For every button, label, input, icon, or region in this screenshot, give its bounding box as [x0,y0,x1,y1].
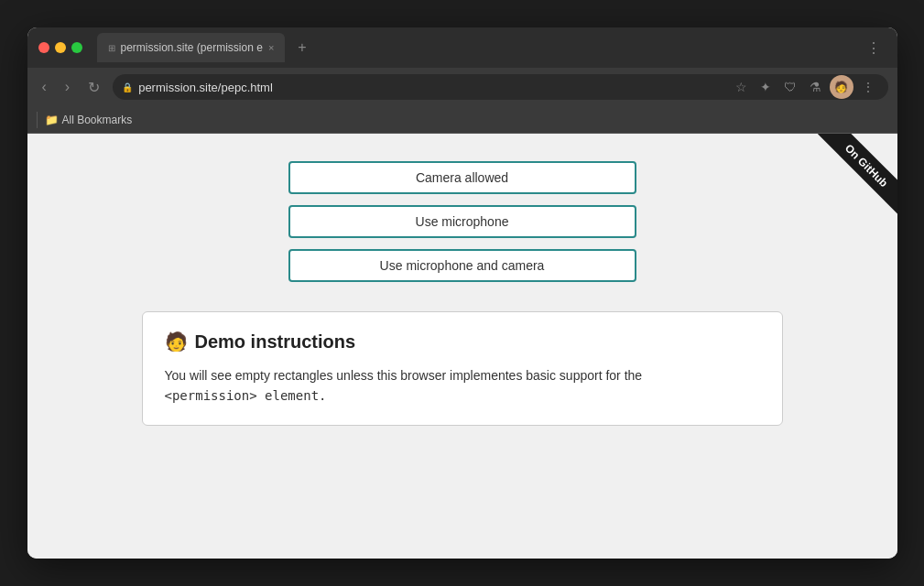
extensions-button[interactable]: ⋮ [861,36,886,60]
demo-code: <permission> element. [165,388,327,403]
profile-avatar[interactable]: 🧑 [830,75,853,99]
use-mic-camera-button[interactable]: Use microphone and camera [288,249,636,282]
browser-window: ⊞ permission.site (permission e × + ⋮ ‹ … [27,27,897,559]
nav-bar: ‹ › ↻ 🔒 permission.site/pepc.html ☆ ✦ 🛡 … [27,68,897,106]
tab-site-icon: ⊞ [108,43,115,53]
demo-title-text: Demo instructions [195,331,356,353]
demo-instructions-box: 🧑 Demo instructions You will see empty r… [142,311,783,426]
address-bar[interactable]: 🔒 permission.site/pepc.html ☆ ✦ 🛡 ⚗ 🧑 ⋮ [113,74,887,100]
tab-close-button[interactable]: × [268,42,274,53]
demo-icon: 🧑 [165,331,188,353]
folder-icon: 📁 [45,114,59,126]
forward-button[interactable]: › [60,75,75,99]
page-content: On GitHub Camera allowed Use microphone … [27,134,897,559]
use-microphone-button[interactable]: Use microphone [288,205,636,238]
tab-label: permission.site (permission e [121,41,263,54]
camera-allowed-button[interactable]: Camera allowed [288,161,636,194]
address-actions: ☆ ✦ 🛡 ⚗ 🧑 ⋮ [731,75,879,99]
back-button[interactable]: ‹ [37,75,52,99]
active-tab[interactable]: ⊞ permission.site (permission e × [97,33,286,62]
close-button[interactable] [38,42,49,53]
shield-button[interactable]: 🛡 [779,77,801,97]
ai-button[interactable]: ✦ [756,77,776,97]
minimize-button[interactable] [55,42,66,53]
more-button[interactable]: ⋮ [857,77,879,97]
demo-title: 🧑 Demo instructions [165,331,760,353]
new-tab-button[interactable]: + [290,36,313,60]
bookmarks-divider [37,112,38,128]
page-center: Camera allowed Use microphone Use microp… [142,161,783,426]
github-ribbon[interactable]: On GitHub [788,134,897,244]
tab-bar: ⊞ permission.site (permission e × + [97,33,853,62]
bookmarks-bar: 📁 All Bookmarks [27,106,897,134]
lab-button[interactable]: ⚗ [805,77,826,97]
traffic-lights [38,42,82,53]
star-button[interactable]: ☆ [731,77,752,97]
address-text: permission.site/pepc.html [138,81,724,94]
demo-description: You will see empty rectangles unless thi… [165,365,760,407]
title-bar: ⊞ permission.site (permission e × + ⋮ [27,27,897,68]
reload-button[interactable]: ↻ [82,75,105,100]
all-bookmarks[interactable]: 📁 All Bookmarks [45,114,133,126]
lock-icon: 🔒 [122,82,133,92]
bookmarks-label: All Bookmarks [62,114,133,126]
maximize-button[interactable] [71,42,82,53]
github-ribbon-label: On GitHub [817,134,897,214]
